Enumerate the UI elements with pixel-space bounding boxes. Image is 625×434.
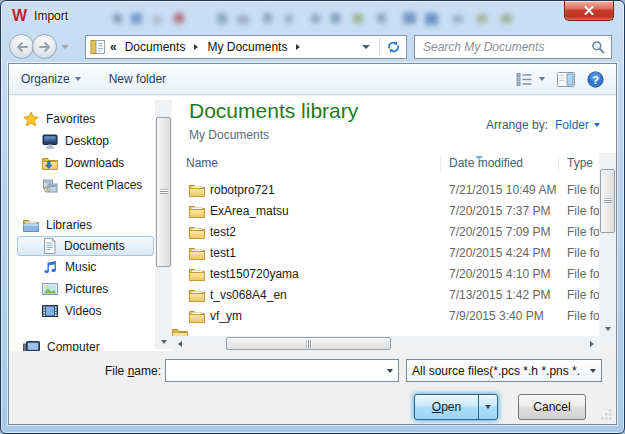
file-type: File fol — [567, 288, 599, 302]
search-icon[interactable] — [591, 40, 605, 54]
help-button[interactable]: ? — [587, 71, 604, 88]
column-divider[interactable] — [558, 156, 559, 172]
window-title: Import — [34, 9, 68, 23]
open-button[interactable]: Open — [415, 395, 478, 419]
scroll-right-button[interactable] — [584, 336, 599, 351]
breadcrumb-overflow-chevron[interactable]: « — [110, 40, 117, 54]
scroll-left-button[interactable] — [172, 336, 187, 351]
organize-label: Organize — [21, 72, 70, 86]
chevron-down-icon — [594, 123, 600, 127]
column-header-type[interactable]: Type — [567, 156, 593, 170]
file-type: File fol — [567, 183, 599, 197]
arrange-by-value[interactable]: Folder — [555, 118, 589, 132]
file-date-modified: 7/13/2015 1:42 PM — [449, 288, 550, 302]
file-name-input[interactable] — [166, 364, 381, 378]
titlebar[interactable]: W Import — [1, 1, 624, 33]
file-name-combo — [165, 359, 399, 382]
file-row[interactable]: vf_ym 7/9/2015 3:40 PM File fol — [172, 306, 599, 327]
file-type: File fol — [567, 246, 599, 260]
sidebar-item-label: Pictures — [65, 282, 108, 296]
file-row[interactable]: test1 7/20/2015 4:24 PM File fol — [172, 243, 599, 264]
sidebar-scrollbar[interactable] — [155, 100, 172, 349]
import-dialog-window: W Import « Docum — [0, 0, 625, 434]
file-date-modified: 7/20/2015 7:37 PM — [449, 204, 550, 218]
file-date-modified: 7/20/2015 4:10 PM — [449, 267, 550, 281]
column-header-date-modified[interactable]: Date modified — [449, 156, 523, 170]
column-header-name[interactable]: Name — [186, 156, 218, 170]
breadcrumb-separator-icon[interactable] — [296, 44, 300, 50]
file-name: test150720yama — [210, 267, 299, 281]
file-type-select[interactable]: All source files(*.pcs *.h *.pns *. — [406, 359, 602, 382]
preview-pane-button[interactable] — [557, 72, 575, 87]
sidebar-item-desktop[interactable]: Desktop — [9, 130, 172, 152]
sidebar-item-downloads[interactable]: Downloads — [9, 152, 172, 174]
library-title: Documents library — [189, 99, 358, 123]
sidebar-item-videos[interactable]: Videos — [9, 300, 172, 322]
breadcrumb[interactable]: « Documents My Documents — [85, 35, 407, 59]
file-name-dropdown-button[interactable] — [381, 360, 398, 381]
sidebar-item-pictures[interactable]: Pictures — [9, 278, 172, 300]
breadcrumb-item-documents[interactable]: Documents — [122, 40, 189, 54]
refresh-button[interactable] — [380, 36, 406, 58]
file-row[interactable]: robotpro721 7/21/2015 10:49 AM File fol — [172, 180, 599, 201]
library-subtitle[interactable]: My Documents — [189, 128, 269, 142]
breadcrumb-separator-icon[interactable] — [194, 44, 198, 50]
scroll-up-button[interactable] — [599, 153, 616, 168]
desktop-icon — [42, 134, 58, 149]
file-name-label: File name: — [99, 364, 161, 378]
sidebar-item-recent-places[interactable]: Recent Places — [9, 174, 172, 196]
sidebar-group-computer[interactable]: Computer — [9, 336, 172, 351]
file-name: test1 — [210, 246, 236, 260]
sidebar-item-music[interactable]: Music — [9, 256, 172, 278]
arrange-by-control[interactable]: Arrange by: Folder — [486, 118, 600, 132]
list-vertical-scrollbar[interactable] — [599, 153, 616, 336]
toolbar-right-group: ? — [516, 71, 604, 88]
open-dropdown-button[interactable] — [478, 395, 497, 419]
scroll-down-button[interactable] — [155, 334, 172, 349]
search-input[interactable] — [415, 40, 591, 54]
list-scrollbar-thumb[interactable] — [600, 169, 615, 233]
navigation-pane: Favorites Desktop — [9, 96, 172, 351]
sidebar-item-label: Documents — [64, 239, 125, 253]
resize-grip-icon[interactable] — [600, 408, 613, 421]
title-group: W Import — [12, 8, 68, 24]
address-dropdown-icon[interactable] — [362, 45, 370, 49]
scroll-down-button[interactable] — [599, 321, 616, 336]
close-icon — [584, 6, 594, 15]
close-button[interactable] — [564, 1, 614, 21]
file-row-partial[interactable] — [172, 327, 599, 336]
new-folder-button[interactable]: New folder — [109, 72, 166, 86]
file-type-dropdown-button[interactable] — [584, 360, 601, 381]
sidebar-scrollbar-thumb[interactable] — [156, 117, 171, 267]
command-toolbar: Organize New folder — [9, 64, 616, 95]
change-view-button[interactable] — [516, 72, 545, 87]
forward-button[interactable] — [32, 34, 57, 59]
file-row[interactable]: test150720yama 7/20/2015 4:10 PM File fo… — [172, 264, 599, 285]
sidebar-group-label: Libraries — [46, 218, 92, 232]
file-row[interactable]: t_vs068A4_en 7/13/2015 1:42 PM File fol — [172, 285, 599, 306]
recent-pages-dropdown[interactable] — [61, 45, 69, 49]
content-area: Favorites Desktop — [9, 96, 616, 351]
file-name: vf_ym — [210, 309, 242, 323]
horizontal-scrollbar-thumb[interactable] — [226, 337, 391, 350]
file-name: t_vs068A4_en — [210, 288, 287, 302]
breadcrumb-item-my-documents[interactable]: My Documents — [204, 40, 290, 54]
file-row[interactable]: ExArea_matsu 7/20/2015 7:37 PM File fol — [172, 201, 599, 222]
file-row[interactable]: test2 7/20/2015 7:09 PM File fol — [172, 222, 599, 243]
file-list: robotpro721 7/21/2015 10:49 AM File fol — [172, 180, 599, 336]
sidebar-item-label: Recent Places — [65, 178, 142, 192]
scroll-up-button[interactable] — [155, 100, 172, 115]
organize-button[interactable]: Organize — [21, 72, 81, 86]
list-horizontal-scrollbar[interactable] — [172, 336, 599, 351]
recent-places-icon — [42, 178, 58, 193]
help-glyph: ? — [592, 73, 599, 85]
cancel-button[interactable]: Cancel — [518, 394, 586, 420]
sidebar-group-libraries[interactable]: Libraries — [9, 214, 172, 236]
folder-icon — [189, 183, 205, 197]
back-button[interactable] — [9, 34, 34, 59]
sidebar-group-favorites[interactable]: Favorites — [9, 108, 172, 130]
column-divider[interactable] — [440, 156, 441, 172]
file-type: File fol — [567, 204, 599, 218]
sidebar-item-documents[interactable]: Documents — [17, 236, 154, 256]
file-type: File fol — [567, 267, 599, 281]
